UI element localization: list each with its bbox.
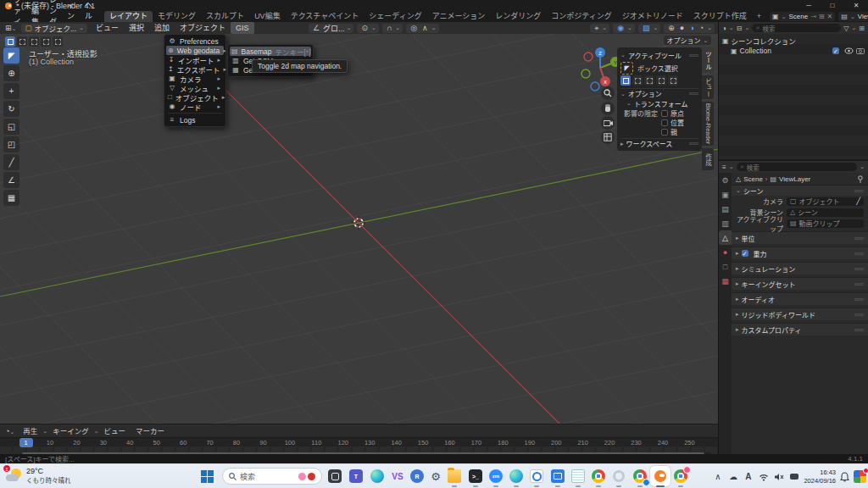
shading-modes[interactable]: ⊕ ● ◑ ◔ ⌄ bbox=[664, 24, 715, 33]
viewport-3d[interactable]: ユーザー・透視投影 (1) Collection ◤⊕+↻◱◰╱∠▦ Z Y X… bbox=[0, 34, 718, 424]
new-collection-icon[interactable]: ⊞ bbox=[859, 25, 865, 32]
unlink-icon[interactable]: ✕ bbox=[827, 13, 833, 20]
select-mode-set-icon[interactable] bbox=[5, 36, 15, 47]
viewport-menu-追加[interactable]: 追加 bbox=[149, 22, 175, 34]
bell-icon[interactable] bbox=[840, 472, 849, 482]
minimize-button[interactable]: ─ bbox=[797, 0, 821, 11]
taskbar-app-notepad[interactable] bbox=[568, 466, 588, 486]
checkbox-原点[interactable] bbox=[661, 110, 668, 117]
taskbar-app-blender[interactable] bbox=[650, 466, 670, 486]
maximize-button[interactable]: □ bbox=[821, 0, 844, 11]
section-オーディオ[interactable]: ▸オーディオ══ bbox=[732, 292, 868, 305]
xray-toggle[interactable]: ▨⌄ bbox=[638, 24, 660, 33]
workspace-tab-スクリプト作成[interactable]: スクリプト作成 bbox=[688, 11, 752, 22]
camera-view-icon[interactable] bbox=[601, 116, 615, 130]
pin-icon[interactable] bbox=[857, 175, 864, 183]
taskbar-app-settings[interactable]: ⚙ bbox=[426, 466, 446, 486]
taskbar-app-store[interactable] bbox=[548, 466, 568, 486]
options-panel-header[interactable]: ⌄オプション══ bbox=[620, 88, 698, 98]
select-mode-invert-icon[interactable] bbox=[41, 36, 51, 47]
taskbar-app-ring-app[interactable] bbox=[609, 466, 629, 486]
section-checkbox[interactable]: ✓ bbox=[742, 250, 748, 257]
box-select-tool-icon[interactable]: ◤ bbox=[620, 62, 633, 75]
viewport-menu-選択[interactable]: 選択 bbox=[124, 22, 149, 34]
taskbar-app-edge[interactable] bbox=[506, 466, 526, 486]
outliner-tree-icon[interactable]: ⊟ bbox=[737, 25, 743, 32]
start-button[interactable] bbox=[201, 470, 214, 483]
viewlayer-selector[interactable]: ▤⌄ ViewLayer ⊞ ✕ bbox=[838, 12, 868, 21]
checkbox-位置[interactable] bbox=[661, 119, 668, 126]
taskbar-app-snipping[interactable] bbox=[526, 466, 547, 486]
section-カスタムプロパティ[interactable]: ▸カスタムプロパティ══ bbox=[732, 323, 868, 336]
taskbar-search-input[interactable]: 検索 bbox=[222, 468, 322, 485]
tool-scale-button[interactable]: ◱ bbox=[3, 119, 19, 135]
exclude-checkbox[interactable]: ✓ bbox=[832, 47, 839, 54]
properties-options-icon[interactable]: ⌄ bbox=[860, 164, 865, 170]
taskbar-app-visual-studio[interactable]: VS bbox=[387, 466, 408, 486]
select-mode-subtract-icon[interactable] bbox=[644, 75, 654, 86]
mode-selector[interactable]: ▢ オブジェク... ⌄ bbox=[21, 24, 87, 33]
breadcrumb-scene[interactable]: Scene bbox=[743, 175, 763, 183]
viewport-menu-オブジェクト[interactable]: オブジェクト bbox=[175, 22, 231, 34]
overlays-dropdown[interactable]: ◉⌄ bbox=[613, 24, 635, 33]
section-単位[interactable]: ▸単位══ bbox=[732, 231, 868, 244]
eyedropper-icon[interactable]: ╱ bbox=[856, 197, 860, 205]
select-mode-subtract-icon[interactable] bbox=[29, 36, 39, 47]
filter-icon[interactable]: ▽ bbox=[843, 25, 849, 32]
tray-volume-mute-icon[interactable] bbox=[773, 473, 784, 481]
clock[interactable]: 16:43 2024/09/16 bbox=[804, 469, 836, 485]
timeline-menu-再生[interactable]: 再生 bbox=[18, 425, 42, 437]
taskbar-app-zoom-app[interactable]: zm bbox=[486, 466, 506, 486]
properties-tab-view-layer[interactable]: ▥ bbox=[719, 216, 732, 230]
gis-menu-item-ノード[interactable]: ◉ノード▸ bbox=[164, 102, 225, 111]
sidebar-tab-Biome-Reader[interactable]: Biome-Reader bbox=[702, 102, 714, 146]
shading-material-icon[interactable]: ◑ bbox=[687, 24, 695, 32]
tray-device-icon[interactable] bbox=[788, 474, 799, 480]
workspace-tab-ジオメトリノード[interactable]: ジオメトリノード bbox=[617, 11, 688, 22]
select-mode-intersect-icon[interactable] bbox=[668, 75, 678, 86]
proportional-edit[interactable]: ◎∧⌄ bbox=[406, 24, 438, 33]
workspace-tab-レンダリング[interactable]: レンダリング bbox=[490, 11, 546, 22]
shading-wireframe-icon[interactable]: ⊕ bbox=[666, 24, 676, 32]
submenu-item-Basemap[interactable]: ▤Basemapテンキー[*] bbox=[230, 47, 311, 56]
properties-tab-texture[interactable]: ▦ bbox=[719, 274, 732, 288]
timeline-ruler[interactable]: 1020304050607080901001101201301401501601… bbox=[0, 437, 718, 446]
tool-add-cube-button[interactable]: ▦ bbox=[3, 190, 19, 206]
timeline-menu-キーイング[interactable]: キーイング bbox=[47, 425, 94, 437]
breadcrumb-viewlayer[interactable]: ViewLayer bbox=[779, 175, 810, 183]
taskbar-app-explorer[interactable] bbox=[444, 466, 465, 486]
workspace-tab-テクスチャペイント[interactable]: テクスチャペイント bbox=[286, 11, 364, 22]
disable-render-camera-icon[interactable] bbox=[856, 47, 865, 54]
taskbar-app-chrome-3[interactable] bbox=[670, 466, 691, 486]
properties-tab-world[interactable]: ● bbox=[719, 245, 732, 259]
ortho-toggle-icon[interactable] bbox=[601, 130, 615, 144]
sidebar-tab-ツール[interactable]: ツール bbox=[702, 47, 714, 73]
pin-icon[interactable]: ⊸ bbox=[810, 13, 816, 20]
editor-type-icon[interactable]: ⊞⌄ bbox=[3, 24, 18, 32]
tool-measure-button[interactable]: ∠ bbox=[3, 172, 19, 188]
tool-tweak-select-button[interactable]: ◤ bbox=[3, 47, 19, 64]
workspace-tab-モデリング[interactable]: モデリング bbox=[153, 11, 201, 22]
pan-view-icon[interactable] bbox=[601, 102, 615, 115]
workspace-tab-レイアウト[interactable]: レイアウト bbox=[104, 11, 153, 22]
field-input-アクティブクリップ[interactable]: ▤動画クリップ bbox=[787, 219, 864, 228]
select-mode-extend-icon[interactable] bbox=[632, 75, 643, 86]
gis-menu-item-インポート[interactable]: ↧インポート▸ bbox=[164, 55, 225, 64]
field-input-背景シーン[interactable]: △シーン bbox=[787, 208, 864, 217]
workspace-tab-コンポジティング[interactable]: コンポジティング bbox=[546, 11, 616, 22]
shading-solid-icon[interactable]: ● bbox=[678, 24, 686, 32]
gizmo-dropdown[interactable]: ⌖⌄ bbox=[590, 24, 609, 33]
options-dropdown-button[interactable]: オプション⌄ bbox=[664, 36, 711, 45]
properties-tab-collection[interactable]: □ bbox=[719, 259, 732, 274]
tray-ime-a-icon[interactable]: A bbox=[743, 472, 754, 481]
section-キーイングセット[interactable]: ▸キーイングセット══ bbox=[732, 277, 868, 290]
transform-panel-header[interactable]: ⌄トランスフォーム bbox=[620, 98, 698, 108]
timeline-menu-ビュー[interactable]: ビュー bbox=[99, 425, 131, 437]
taskbar-app-teams[interactable]: T bbox=[346, 466, 366, 486]
properties-search-input[interactable]: ⌕検索 bbox=[737, 163, 858, 171]
gis-menu-item-Logs[interactable]: ≡Logs bbox=[164, 115, 225, 125]
properties-tab-tool[interactable]: ⚙ bbox=[719, 173, 732, 187]
hide-eye-icon[interactable] bbox=[844, 47, 854, 54]
gis-menu-item-オブジェクト[interactable]: □オブジェクト▸ bbox=[164, 92, 225, 102]
tool-annotate-button[interactable]: ╱ bbox=[3, 154, 19, 170]
